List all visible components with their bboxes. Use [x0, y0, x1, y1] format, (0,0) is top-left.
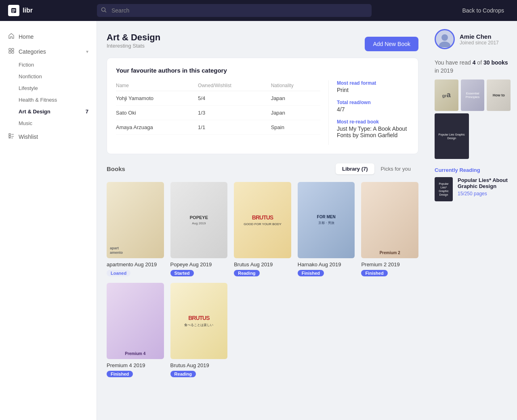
book-title: apartmento Aug 2019 — [107, 261, 164, 267]
books-tabs: Library (7) Picks for you — [334, 162, 418, 176]
progress-text: You have read 4 of 30 books in 2019 — [435, 59, 511, 75]
current-book-title: Popular Lies* About Graphic Design — [458, 177, 511, 189]
total-read-value: 4/7 — [337, 106, 409, 113]
main-layout: Home Categories ▾ Fiction Nonfiction Lif… — [0, 21, 517, 420]
sidebar-item-fiction[interactable]: Fiction — [19, 59, 97, 71]
reading-progress: You have read 4 of 30 books in 2019 gra … — [435, 59, 511, 159]
top-navigation: libr Back to Codrops — [0, 0, 517, 21]
book-card[interactable]: Premium 4 Premium 4 2019 Finished — [107, 283, 164, 377]
currently-reading-label: Currently Reading — [435, 167, 511, 173]
svg-rect-11 — [9, 136, 11, 137]
books-grid: apartamento apartmento Aug 2019 Loaned P… — [107, 182, 418, 377]
user-since: Joined since 2017 — [460, 40, 499, 46]
book-card[interactable]: FOR MEN 京都・男旅 Harnako Aug 2019 Finished — [298, 182, 355, 276]
tab-picks[interactable]: Picks for you — [374, 163, 417, 174]
sidebar-categories-label: Categories — [19, 48, 46, 55]
table-row: Sato Oki 1/3 Japan — [116, 106, 320, 120]
book-cover: Premium 2 — [361, 182, 418, 258]
svg-point-4 — [102, 8, 105, 11]
tab-library[interactable]: Library (7) — [336, 163, 374, 174]
search-icon — [101, 7, 107, 14]
search-bar — [97, 4, 372, 17]
sidebar-wishlist-label: Wishlist — [19, 134, 38, 140]
book-status-badge: Finished — [107, 371, 133, 377]
current-book-card[interactable]: Popular Lies* Graphic Design Popular Lie… — [435, 177, 511, 201]
book-card[interactable]: Premium 2 Premium 2 2019 Finished — [361, 182, 418, 276]
progress-middle: of — [475, 59, 483, 66]
book-cover: Premium 4 — [107, 283, 164, 359]
book-cover: BRUTUS 食べることは楽しい — [170, 283, 228, 359]
table-row: Amaya Arzuaga 1/1 Spain — [116, 120, 320, 135]
chevron-down-icon: ▾ — [86, 49, 88, 54]
book-cover: POPEYE Aug 2019 — [170, 182, 228, 258]
most-reread-value: Just My Type: A Book About Fonts by Simo… — [337, 125, 409, 138]
author-nationality: Spain — [271, 120, 320, 135]
logo: libr — [8, 5, 89, 16]
author-owned: 1/1 — [198, 120, 271, 135]
most-read-format-label: Most read format — [337, 80, 409, 86]
col-header-owned: Owned/Wishlist — [198, 80, 271, 91]
sidebar-item-health-fitness[interactable]: Health & Fitness — [19, 94, 97, 106]
book-title: Popeye Aug 2019 — [170, 261, 228, 267]
svg-rect-9 — [12, 51, 14, 53]
mini-book-1[interactable]: gra — [435, 79, 458, 111]
svg-rect-2 — [12, 10, 15, 11]
logo-text: libr — [23, 7, 33, 14]
books-section-title: Books — [107, 165, 125, 172]
books-section: Books Library (7) Picks for you apartame… — [107, 162, 418, 377]
book-card[interactable]: POPEYE Aug 2019 Popeye Aug 2019 Started — [170, 182, 228, 276]
authors-table: Name Owned/Wishlist Nationality Yohji Ya… — [116, 80, 320, 145]
svg-line-5 — [105, 11, 107, 13]
author-nationality: Japan — [271, 91, 320, 106]
art-design-badge: 7 — [86, 109, 88, 115]
svg-rect-7 — [12, 48, 14, 50]
sidebar: Home Categories ▾ Fiction Nonfiction Lif… — [0, 21, 97, 420]
svg-rect-3 — [12, 12, 14, 13]
add-new-book-button[interactable]: Add New Book — [365, 37, 418, 51]
logo-icon — [8, 5, 19, 16]
right-panel: Amie Chen Joined since 2017 You have rea… — [428, 21, 517, 420]
book-title: Harnako Aug 2019 — [298, 261, 355, 267]
book-title: Premium 2 2019 — [361, 261, 418, 267]
book-title: Brutus Aug 2019 — [234, 261, 291, 267]
home-icon — [8, 33, 15, 40]
page-title: Art & Design — [107, 32, 160, 43]
sidebar-item-home[interactable]: Home — [0, 29, 97, 44]
book-card[interactable]: BRUTUS GOOD FOR YOUR BODY Brutus Aug 201… — [234, 182, 291, 276]
sidebar-item-nonfiction[interactable]: Nonfiction — [19, 71, 97, 82]
back-to-codrops-button[interactable]: Back to Codrops — [458, 5, 509, 16]
svg-point-17 — [439, 42, 450, 47]
stats-card: Your favourite authors in this category … — [107, 58, 418, 154]
svg-rect-8 — [9, 51, 11, 53]
book-card[interactable]: apartamento apartmento Aug 2019 Loaned — [107, 182, 164, 276]
search-input[interactable] — [97, 4, 372, 17]
book-status-badge: Reading — [170, 371, 196, 377]
mini-book-3[interactable]: How to — [487, 79, 511, 111]
currently-reading-section: Currently Reading Popular Lies* Graphic … — [435, 167, 511, 201]
book-status-badge: Loaned — [107, 270, 130, 276]
mini-book-2[interactable]: Essential Principles — [461, 79, 485, 111]
svg-rect-10 — [9, 134, 11, 135]
sidebar-categories-submenu: Fiction Nonfiction Lifestyle Health & Fi… — [0, 59, 97, 129]
current-book-pages: 15/250 pages — [458, 191, 511, 196]
sidebar-item-art-design[interactable]: Art & Design 7 — [19, 106, 97, 117]
main-content: Art & Design Interesting Stats Add New B… — [97, 21, 428, 420]
sidebar-item-categories[interactable]: Categories ▾ — [0, 44, 97, 59]
progress-prefix: You have read — [435, 59, 473, 66]
book-title: Premium 4 2019 — [107, 362, 164, 368]
sidebar-item-wishlist[interactable]: Wishlist — [0, 129, 97, 144]
book-status-badge: Started — [170, 270, 194, 276]
sidebar-item-lifestyle[interactable]: Lifestyle — [19, 82, 97, 94]
author-name: Amaya Arzuaga — [116, 120, 198, 135]
book-cover: apartamento — [107, 182, 164, 258]
svg-point-16 — [441, 34, 448, 41]
author-name: Sato Oki — [116, 106, 198, 120]
mini-book-4[interactable]: Popular Lies Graphic Design — [435, 113, 469, 159]
author-nationality: Japan — [271, 106, 320, 120]
mini-books-row1: gra Essential Principles How to — [435, 79, 511, 111]
stats-right-panel: Most read format Print Total read/own 4/… — [328, 80, 409, 145]
col-header-name: Name — [116, 80, 198, 91]
sidebar-item-music[interactable]: Music — [19, 117, 97, 129]
books-header: Books Library (7) Picks for you — [107, 162, 418, 176]
book-card[interactable]: BRUTUS 食べることは楽しい Brutus Aug 2019 Reading — [170, 283, 228, 377]
